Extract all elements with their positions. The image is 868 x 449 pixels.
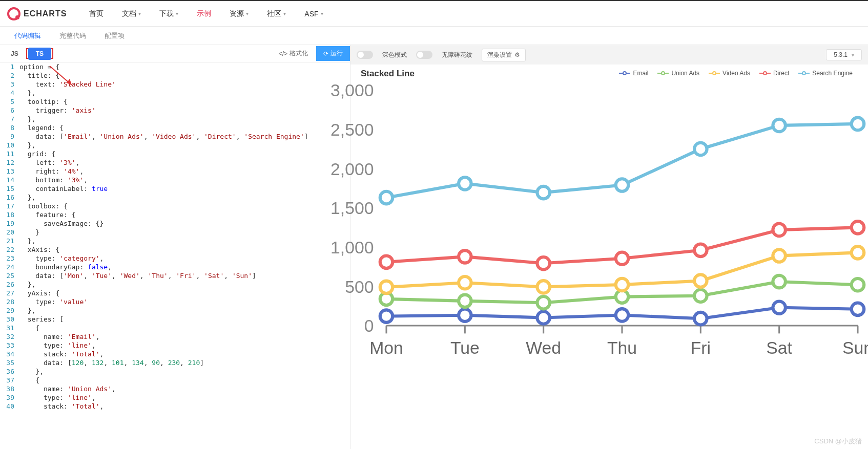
code-line: 18 feature: {	[0, 210, 350, 219]
svg-text:2,000: 2,000	[330, 159, 374, 179]
code-content: name: 'Email',	[19, 332, 350, 341]
subtab-配置项[interactable]: 配置项	[95, 31, 134, 40]
code-content: stack: 'Total',	[19, 350, 350, 358]
line-number: 17	[0, 202, 19, 210]
code-editor[interactable]: 1option = {2 title: {3 text: 'Stacked Li…	[0, 62, 350, 449]
code-line: 8 legend: {	[0, 123, 350, 132]
legend-label: Video Ads	[722, 70, 750, 77]
svg-point-45	[380, 256, 393, 269]
watermark: CSDN @小皮猪	[814, 437, 862, 446]
nav-label: 下载	[159, 9, 174, 18]
svg-text:Tue: Tue	[450, 338, 480, 357]
run-button[interactable]: ⟳ 运行	[316, 46, 350, 61]
svg-point-53	[459, 177, 471, 190]
header: ECHARTS 首页文档▾下载▾示例资源▾社区▾ASF▾	[0, 1, 868, 27]
line-number: 40	[0, 402, 19, 411]
legend-item-union-ads[interactable]: Union Ads	[657, 70, 699, 77]
legend-item-email[interactable]: Email	[619, 70, 648, 77]
svg-text:1,500: 1,500	[330, 198, 374, 218]
code-content: option = {	[19, 62, 350, 71]
refresh-icon: ⟳	[323, 50, 328, 57]
code-line: 17 toolbox: {	[0, 202, 350, 210]
chevron-down-icon: ▾	[138, 11, 141, 16]
legend-item-direct[interactable]: Direct	[759, 70, 789, 77]
ts-highlight-box: TS	[26, 48, 53, 59]
svg-text:0: 0	[364, 316, 374, 335]
nav-item-文档[interactable]: 文档▾	[114, 6, 149, 22]
chart-title: Stacked Line	[361, 69, 415, 79]
svg-point-24	[380, 310, 393, 323]
code-line: 30 series: [	[0, 315, 350, 324]
nav-item-资源[interactable]: 资源▾	[221, 6, 257, 22]
logo[interactable]: ECHARTS	[7, 7, 67, 20]
code-content: bottom: '3%',	[19, 176, 350, 184]
code-panel: JS TS </> 格式化 ⟳ 运行 1option = {2 title: {…	[0, 45, 350, 449]
line-number: 10	[0, 141, 19, 149]
pattern-label: 无障碍花纹	[442, 51, 472, 59]
code-content: type: 'value'	[19, 297, 350, 306]
svg-point-30	[852, 303, 864, 316]
code-line: 11 grid: {	[0, 149, 350, 158]
version-select[interactable]: 5.3.1 ▾	[826, 49, 862, 60]
pattern-toggle[interactable]	[416, 51, 432, 59]
svg-point-49	[694, 244, 707, 257]
code-line: 22 xAxis: {	[0, 245, 350, 254]
render-label: 渲染设置	[487, 51, 512, 59]
code-content: },	[19, 306, 350, 315]
line-number: 7	[0, 115, 19, 123]
chart-legend: EmailUnion AdsVideo AdsDirectSearch Engi…	[619, 70, 853, 77]
code-line: 14 bottom: '3%',	[0, 176, 350, 184]
preview-toolbar: 深色模式 无障碍花纹 渲染设置 ⚙ 5.3.1 ▾	[350, 45, 868, 65]
line-number: 27	[0, 289, 19, 297]
svg-point-50	[773, 224, 786, 237]
main-nav: 首页文档▾下载▾示例资源▾社区▾ASF▾	[81, 6, 331, 22]
svg-text:Thu: Thu	[607, 338, 637, 357]
render-settings-button[interactable]: 渲染设置 ⚙	[482, 49, 526, 61]
code-content: right: '4%',	[19, 167, 350, 176]
code-line: 15 containLabel: true	[0, 184, 350, 193]
svg-point-43	[773, 249, 786, 262]
svg-point-42	[694, 274, 707, 287]
legend-marker	[709, 71, 720, 76]
svg-point-56	[694, 143, 707, 156]
code-line: 3 text: 'Stacked Line'	[0, 80, 350, 89]
svg-point-58	[852, 118, 864, 131]
svg-point-38	[380, 281, 393, 294]
nav-item-下载[interactable]: 下载▾	[151, 6, 187, 22]
nav-item-ASF[interactable]: ASF▾	[296, 6, 331, 22]
code-line: 32 name: 'Email',	[0, 332, 350, 341]
line-number: 2	[0, 71, 19, 80]
line-number: 28	[0, 297, 19, 306]
svg-point-51	[852, 221, 864, 234]
code-line: 26 },	[0, 280, 350, 289]
code-content: trigger: 'axis'	[19, 106, 350, 115]
legend-label: Union Ads	[671, 70, 699, 77]
nav-item-社区[interactable]: 社区▾	[259, 6, 294, 22]
chevron-down-icon: ▾	[246, 11, 249, 16]
code-content: legend: {	[19, 123, 350, 132]
lang-tab-js[interactable]: JS	[3, 48, 26, 60]
svg-point-36	[773, 275, 786, 288]
code-content: saveAsImage: {}	[19, 219, 350, 228]
line-number: 20	[0, 228, 19, 237]
nav-item-首页[interactable]: 首页	[81, 6, 112, 22]
code-line: 23 type: 'category',	[0, 254, 350, 263]
svg-point-32	[459, 295, 471, 308]
format-button[interactable]: </> 格式化	[274, 47, 313, 60]
lang-tab-ts[interactable]: TS	[28, 48, 51, 60]
code-content: },	[19, 141, 350, 149]
subtab-完整代码[interactable]: 完整代码	[50, 31, 95, 40]
code-line: 5 tooltip: {	[0, 97, 350, 106]
subtab-代码编辑[interactable]: 代码编辑	[5, 31, 50, 40]
legend-item-video-ads[interactable]: Video Ads	[709, 70, 750, 77]
legend-label: Email	[633, 70, 648, 77]
nav-item-示例[interactable]: 示例	[189, 6, 219, 22]
format-label: 格式化	[290, 49, 308, 58]
code-line: 13 right: '4%',	[0, 167, 350, 176]
code-content: data: ['Mon', 'Tue', 'Wed', 'Thu', 'Fri'…	[19, 271, 350, 280]
legend-item-search-engine[interactable]: Search Engine	[798, 70, 853, 77]
svg-text:Wed: Wed	[526, 338, 561, 357]
dark-mode-toggle[interactable]	[357, 51, 373, 59]
code-content: },	[19, 89, 350, 97]
svg-point-55	[616, 179, 629, 191]
